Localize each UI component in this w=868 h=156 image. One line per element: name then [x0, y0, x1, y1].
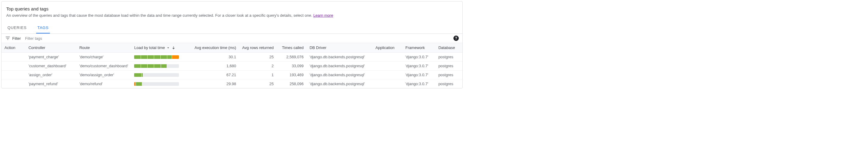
- col-db[interactable]: Database: [435, 43, 462, 53]
- load-bar: [134, 64, 179, 68]
- tags-table: Action Controller Route Load by total ti…: [1, 43, 462, 88]
- tab-tags[interactable]: TAGS: [36, 23, 50, 33]
- col-controller[interactable]: Controller: [25, 43, 76, 53]
- cell-times: 193,469: [277, 70, 306, 80]
- top-queries-panel: Top queries and tags An overview of the …: [1, 1, 463, 89]
- panel-header: Top queries and tags An overview of the …: [1, 1, 462, 20]
- cell-exec: 29.98: [191, 80, 239, 89]
- cell-times: 2,569,076: [277, 53, 306, 62]
- cell-driver: 'django.db.backends.postgresql': [306, 62, 372, 70]
- load-segment: [161, 64, 167, 68]
- load-segment: [167, 55, 172, 59]
- cell-controller: 'payment_charge': [25, 53, 76, 62]
- table-row[interactable]: 'payment_charge''demo/charge'30.1252,569…: [1, 53, 462, 62]
- cell-db: postgres: [435, 80, 462, 89]
- cell-exec: 67.21: [191, 70, 239, 80]
- cell-app: [372, 70, 402, 80]
- load-segment: [136, 82, 142, 86]
- load-segment: [142, 73, 143, 77]
- col-load-label: Load by total time: [134, 45, 165, 50]
- cell-exec: 1,680: [191, 62, 239, 70]
- cell-db: postgres: [435, 62, 462, 70]
- table-row[interactable]: 'customer_dashboard''demo/customer_dashb…: [1, 62, 462, 70]
- cell-driver: 'django.db.backends.postgresql': [306, 53, 372, 62]
- cell-load: [131, 80, 191, 89]
- cell-controller: 'payment_refund': [25, 80, 76, 89]
- filter-bar: Filter ?: [1, 34, 462, 43]
- cell-framework: 'django:3.0.7': [402, 70, 435, 80]
- arrow-down-icon: [172, 46, 176, 50]
- cell-action: [1, 53, 25, 62]
- cell-route: 'demo/refund': [76, 80, 131, 89]
- load-bar: [134, 82, 179, 86]
- learn-more-link[interactable]: Learn more: [313, 13, 333, 18]
- load-segment: [143, 73, 179, 77]
- load-segment: [134, 55, 141, 59]
- cell-load: [131, 53, 191, 62]
- cell-route: 'demo/customer_dashboard': [76, 62, 131, 70]
- cell-rows: 2: [239, 62, 277, 70]
- load-segment: [142, 82, 179, 86]
- cell-route: 'demo/assign_order': [76, 70, 131, 80]
- col-framework[interactable]: Framework: [402, 43, 435, 53]
- cell-driver: 'django.db.backends.postgresql': [306, 70, 372, 80]
- filter-input[interactable]: [25, 36, 454, 41]
- load-segment: [141, 55, 147, 59]
- cell-rows: 25: [239, 53, 277, 62]
- load-bar: [134, 55, 179, 59]
- load-segment: [148, 55, 154, 59]
- load-segment: [167, 64, 179, 68]
- cell-controller: 'customer_dashboard': [25, 62, 76, 70]
- cell-action: [1, 62, 25, 70]
- load-segment: [134, 64, 141, 68]
- panel-description: An overview of the queries and tags that…: [6, 13, 458, 18]
- cell-framework: 'django:3.0.7': [402, 53, 435, 62]
- cell-load: [131, 70, 191, 80]
- cell-route: 'demo/charge': [76, 53, 131, 62]
- load-segment: [148, 64, 154, 68]
- table-row[interactable]: 'payment_refund''demo/refund'29.9825258,…: [1, 80, 462, 89]
- filter-label: Filter: [12, 36, 21, 41]
- load-segment: [172, 55, 179, 59]
- cell-action: [1, 80, 25, 89]
- cell-times: 258,096: [277, 80, 306, 89]
- cell-db: postgres: [435, 70, 462, 80]
- col-action[interactable]: Action: [1, 43, 25, 53]
- col-times[interactable]: Times called: [277, 43, 306, 53]
- cell-action: [1, 70, 25, 80]
- load-segment: [134, 82, 135, 86]
- col-route[interactable]: Route: [76, 43, 131, 53]
- load-segment: [134, 73, 141, 77]
- table-header-row: Action Controller Route Load by total ti…: [1, 43, 462, 53]
- cell-framework: 'django:3.0.7': [402, 80, 435, 89]
- cell-rows: 1: [239, 70, 277, 80]
- cell-driver: 'django.db.backends.postgresql': [306, 80, 372, 89]
- panel-title: Top queries and tags: [6, 6, 458, 11]
- caret-down-icon: [166, 46, 170, 50]
- cell-app: [372, 53, 402, 62]
- col-driver[interactable]: DB Driver: [306, 43, 372, 53]
- filter-icon: [5, 36, 10, 41]
- panel-description-text: An overview of the queries and tags that…: [6, 13, 313, 18]
- tabs: QUERIES TAGS: [1, 23, 462, 34]
- cell-app: [372, 62, 402, 70]
- col-rows[interactable]: Avg rows returned: [239, 43, 277, 53]
- load-segment: [141, 64, 147, 68]
- cell-framework: 'django:3.0.7': [402, 62, 435, 70]
- load-segment: [161, 55, 167, 59]
- load-segment: [154, 55, 160, 59]
- tab-queries[interactable]: QUERIES: [6, 23, 28, 33]
- col-exec[interactable]: Avg execution time (ms): [191, 43, 239, 53]
- table-row[interactable]: 'assign_order''demo/assign_order'67.2111…: [1, 70, 462, 80]
- cell-controller: 'assign_order': [25, 70, 76, 80]
- cell-load: [131, 62, 191, 70]
- load-segment: [154, 64, 160, 68]
- cell-times: 33,099: [277, 62, 306, 70]
- col-app[interactable]: Application: [372, 43, 402, 53]
- col-load[interactable]: Load by total time: [131, 43, 191, 53]
- cell-exec: 30.1: [191, 53, 239, 62]
- cell-db: postgres: [435, 53, 462, 62]
- cell-rows: 25: [239, 80, 277, 89]
- help-icon[interactable]: ?: [454, 36, 459, 41]
- load-bar: [134, 73, 179, 77]
